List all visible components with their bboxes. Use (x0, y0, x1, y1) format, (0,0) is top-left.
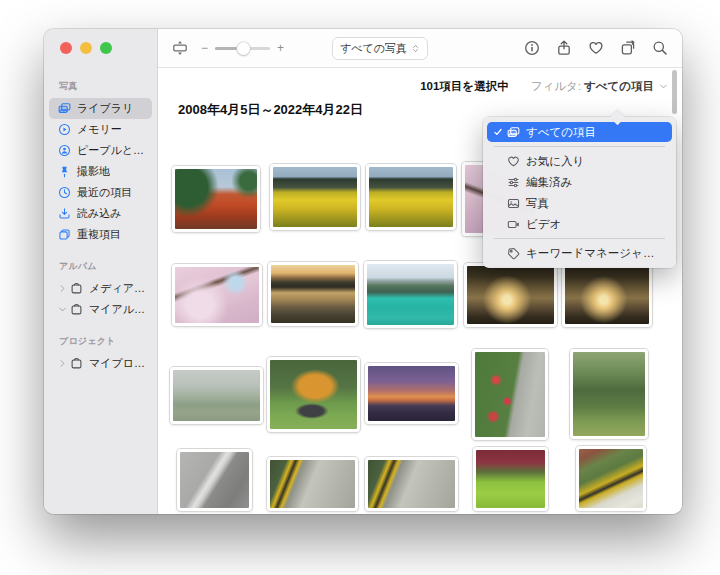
chevron-down-icon (659, 82, 668, 91)
chevron-right-icon[interactable] (58, 359, 67, 368)
sliders-icon (506, 176, 521, 189)
duplicates-icon (58, 228, 71, 241)
menu-item-label: ビデオ (526, 217, 561, 232)
memories-icon (58, 123, 71, 136)
toolbar: − + すべての写真 (158, 29, 682, 68)
album-icon (70, 303, 83, 316)
photo-thumbnail[interactable] (576, 446, 646, 511)
menu-item-label: 編集済み (526, 175, 572, 190)
sidebar-item-places[interactable]: 撮影地 (49, 161, 152, 182)
sidebar-item-label: メモリー (77, 122, 122, 137)
sidebar-item-memories[interactable]: メモリー (49, 119, 152, 140)
sidebar-item-label: マイプロジ… (89, 356, 152, 371)
photo-thumbnail[interactable] (364, 261, 457, 328)
photo-thumbnail[interactable] (268, 262, 358, 326)
zoom-in-button[interactable]: + (277, 41, 284, 55)
photos-app-window: 写真ライブラリメモリーピープルと…撮影地最近の項目読み込み重複項目アルバムメディ… (44, 29, 682, 514)
photo-thumbnail[interactable] (170, 367, 263, 424)
selection-status: 101項目を選択中 (420, 79, 508, 94)
photo-icon (506, 197, 521, 210)
search-icon[interactable] (652, 40, 668, 56)
close-button[interactable] (60, 42, 72, 54)
photo-thumbnail[interactable] (562, 263, 652, 327)
people-icon (58, 144, 71, 157)
sidebar-item-album[interactable]: メディアタ… (49, 278, 152, 299)
toolbar-actions (524, 40, 668, 56)
photo-thumbnail[interactable] (267, 357, 360, 432)
photo-thumbnail[interactable] (570, 349, 648, 439)
sidebar-item-import[interactable]: 読み込み (49, 203, 152, 224)
main-panel: − + すべての写真 101項目を選択中 フィルタ: すべての項目 (158, 29, 682, 514)
menu-item-label: お気に入り (526, 154, 584, 169)
video-icon (506, 218, 521, 231)
status-row: 101項目を選択中 フィルタ: すべての項目 (420, 79, 668, 94)
content-area: 101項目を選択中 フィルタ: すべての項目 2008年4月5日～2022年4月… (158, 68, 682, 514)
recents-icon (58, 186, 71, 199)
sidebar-section-header: 写真 (44, 80, 157, 98)
sidebar-section-header: プロジェクト (44, 335, 157, 353)
photo-thumbnail[interactable] (270, 164, 360, 230)
view-selector-label: すべての写真 (340, 41, 407, 56)
sidebar-item-label: ピープルと… (77, 143, 144, 158)
sidebar-section: 写真ライブラリメモリーピープルと…撮影地最近の項目読み込み重複項目 (44, 80, 157, 245)
menu-item-label: 写真 (526, 196, 549, 211)
zoom-slider-knob[interactable] (237, 42, 250, 55)
sidebar-item-album[interactable]: マイアルバム (49, 299, 152, 320)
photo-thumbnail[interactable] (177, 449, 252, 511)
rotate-icon[interactable] (620, 40, 636, 56)
zoom-out-button[interactable]: − (201, 41, 208, 55)
sidebar-section-header: アルバム (44, 260, 157, 278)
photo-thumbnail[interactable] (472, 349, 548, 440)
filter-value: すべての項目 (584, 79, 654, 94)
sidebar-item-label: 重複項目 (77, 227, 121, 242)
photo-thumbnail[interactable] (172, 264, 262, 326)
photo-thumbnail[interactable] (267, 457, 358, 511)
photo-thumbnail[interactable] (365, 363, 458, 424)
chevron-down-icon[interactable] (58, 305, 67, 314)
menu-item-label: すべての項目 (526, 125, 596, 140)
sidebar-item-label: 最近の項目 (77, 185, 132, 200)
filter-menu-items: すべての項目お気に入り編集済み写真ビデオキーワードマネージャ… (487, 122, 672, 263)
library-icon (506, 126, 521, 139)
thumbnail-aspect-icon[interactable] (172, 40, 188, 56)
sidebar-item-duplicates[interactable]: 重複項目 (49, 224, 152, 245)
date-range-title: 2008年4月5日～2022年4月22日 (178, 101, 363, 119)
fullscreen-button[interactable] (100, 42, 112, 54)
info-icon[interactable] (524, 40, 540, 56)
zoom-slider: − + (201, 41, 284, 55)
photo-thumbnail[interactable] (473, 447, 548, 511)
chevron-right-icon[interactable] (58, 284, 67, 293)
menu-item-tag[interactable]: キーワードマネージャ… (487, 243, 672, 263)
menu-divider (494, 146, 665, 147)
checkmark-icon (491, 127, 504, 137)
sidebar-section: アルバムメディアタ…マイアルバム (44, 260, 157, 320)
zoom-slider-track[interactable] (215, 47, 270, 50)
sidebar-item-label: 読み込み (77, 206, 122, 221)
sidebar-item-recents[interactable]: 最近の項目 (49, 182, 152, 203)
menu-item-video[interactable]: ビデオ (487, 214, 672, 234)
view-selector-button[interactable]: すべての写真 (332, 37, 428, 60)
menu-item-library[interactable]: すべての項目 (487, 122, 672, 142)
heart-icon[interactable] (588, 40, 604, 56)
sidebar-item-album[interactable]: マイプロジ… (49, 353, 152, 374)
sidebar-section: プロジェクトマイプロジ… (44, 335, 157, 374)
sidebar-item-people[interactable]: ピープルと… (49, 140, 152, 161)
photo-thumbnail[interactable] (366, 164, 456, 230)
menu-divider (494, 238, 665, 239)
updown-chevrons-icon (411, 43, 420, 54)
scrollbar-thumb[interactable] (672, 70, 677, 114)
sidebar-sections: 写真ライブラリメモリーピープルと…撮影地最近の項目読み込み重複項目アルバムメディ… (44, 80, 157, 374)
menu-item-photo[interactable]: 写真 (487, 193, 672, 213)
album-icon (70, 357, 83, 370)
photo-thumbnail[interactable] (365, 457, 458, 511)
minimize-button[interactable] (80, 42, 92, 54)
sidebar-item-label: ライブラリ (77, 101, 133, 116)
tag-icon (506, 247, 521, 260)
photo-thumbnail[interactable] (464, 263, 557, 327)
filter-control[interactable]: フィルタ: すべての項目 (531, 79, 668, 94)
menu-item-sliders[interactable]: 編集済み (487, 172, 672, 192)
menu-item-heart[interactable]: お気に入り (487, 151, 672, 171)
share-icon[interactable] (556, 40, 572, 56)
photo-thumbnail[interactable] (172, 166, 260, 232)
sidebar-item-library[interactable]: ライブラリ (49, 98, 152, 119)
